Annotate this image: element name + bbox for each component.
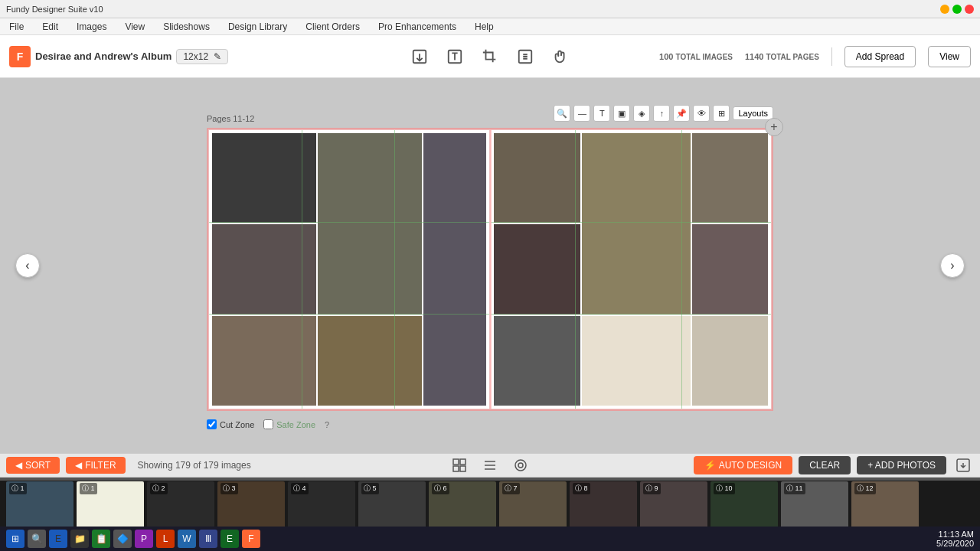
auto-design-button[interactable]: ⚡ AUTO DESIGN <box>694 456 792 474</box>
crop-button[interactable] <box>482 48 498 65</box>
menu-item-images[interactable]: Images <box>74 20 109 34</box>
hand-button[interactable] <box>552 48 569 65</box>
list-view-button[interactable] <box>479 455 501 476</box>
text-button[interactable] <box>446 48 463 65</box>
size-badge[interactable]: 12x12 ✎ <box>176 49 228 64</box>
cut-zone-checkbox[interactable] <box>207 419 217 429</box>
safe-zone-option[interactable]: Safe Zone <box>263 419 315 429</box>
share-button[interactable]: ↑ <box>653 105 670 122</box>
menu-item-file[interactable]: File <box>6 20 27 34</box>
maximize-button[interactable] <box>952 5 962 14</box>
taskbar-icon-2[interactable]: E <box>49 530 67 548</box>
bottom-center-icons <box>449 455 531 476</box>
thumb-number: ⓘ 1 <box>80 483 97 494</box>
titlebar: Fundy Designer Suite v10 <box>0 0 980 18</box>
menu-item-edit[interactable]: Edit <box>39 20 61 34</box>
photo-cell[interactable] <box>494 224 580 314</box>
start-button[interactable]: ⊞ <box>6 530 24 548</box>
svg-point-10 <box>515 460 526 471</box>
filter-tool-button[interactable]: ◈ <box>633 105 650 122</box>
taskbar-icon-1[interactable]: 🔍 <box>28 530 46 548</box>
taskbar-icon-10[interactable]: E <box>220 530 239 548</box>
minimize-button[interactable] <box>940 5 949 14</box>
next-spread-button[interactable]: › <box>940 253 965 278</box>
grid-view-button[interactable] <box>449 455 470 476</box>
badge-view-button[interactable] <box>510 455 531 476</box>
photo-cell[interactable] <box>692 316 768 406</box>
photo-cell[interactable] <box>318 316 422 406</box>
grid-button[interactable]: ⊞ <box>713 105 730 122</box>
pin-button[interactable]: 📌 <box>673 105 690 122</box>
toolbar-right: 100 TOTAL IMAGES 1140 TOTAL PAGES Add Sp… <box>659 46 971 67</box>
sort-button[interactable]: ◀ SORT <box>6 457 60 474</box>
thumb-number: ⓘ 7 <box>502 483 520 494</box>
clear-button[interactable]: CLEAR <box>799 456 851 474</box>
eye-button[interactable]: 👁 <box>693 105 710 122</box>
thumb-number: ⓘ 6 <box>432 483 449 494</box>
photo-cell[interactable] <box>582 133 691 315</box>
menu-item-pro-enhancements[interactable]: Pro Enhancements <box>375 20 459 34</box>
add-page-button[interactable]: + <box>765 118 783 136</box>
svg-rect-4 <box>460 459 466 465</box>
menu-item-help[interactable]: Help <box>472 20 497 34</box>
taskbar-icon-3[interactable]: 📁 <box>70 530 89 548</box>
menu-item-design-library[interactable]: Design Library <box>225 20 290 34</box>
toolbar: F Desirae and Andrew's Album 12x12 ✎ 100… <box>0 35 980 78</box>
app-logo: F <box>9 46 31 67</box>
menubar: FileEditImagesViewSlideshowsDesign Libra… <box>0 18 980 35</box>
thumb-number: ⓘ 3 <box>220 483 238 494</box>
taskbar-icon-11[interactable]: F <box>242 530 260 548</box>
taskbar: ⊞ 🔍 E 📁 📋 🔷 P L W Ⅲ E F 11:13 AM 5/29/20… <box>0 527 980 551</box>
help-icon[interactable]: ? <box>325 420 329 429</box>
zoom-out-button[interactable]: — <box>573 105 590 122</box>
spread-toolbar: 🔍 — T ▣ ◈ ↑ 📌 👁 ⊞ Layouts <box>554 105 773 122</box>
safe-zone-checkbox[interactable] <box>263 419 273 429</box>
menu-item-client-orders[interactable]: Client Orders <box>302 20 363 34</box>
taskbar-icon-4[interactable]: 📋 <box>92 530 110 548</box>
zoom-in-button[interactable]: 🔍 <box>554 105 570 122</box>
thumb-number: ⓘ 10 <box>714 483 735 494</box>
thumb-number: ⓘ 11 <box>784 483 805 494</box>
cut-zone-option[interactable]: Cut Zone <box>207 419 254 429</box>
taskbar-icon-5[interactable]: 🔷 <box>113 530 132 548</box>
photo-cell[interactable] <box>212 133 316 223</box>
thumb-number: ⓘ 8 <box>573 483 590 494</box>
prev-spread-button[interactable]: ‹ <box>15 253 40 278</box>
photo-cell[interactable] <box>692 224 768 314</box>
export-button[interactable] <box>952 455 974 476</box>
layouts-button[interactable]: Layouts <box>733 106 773 120</box>
view-button[interactable]: View <box>928 46 971 67</box>
align-button[interactable] <box>517 48 534 65</box>
photo-cell[interactable] <box>423 133 486 406</box>
photo-cell[interactable] <box>494 133 580 223</box>
photo-cell[interactable] <box>212 224 316 314</box>
menu-item-view[interactable]: View <box>122 20 148 34</box>
thumb-number: ⓘ 5 <box>361 483 379 494</box>
thumb-number: ⓘ 2 <box>150 483 168 494</box>
taskbar-icon-9[interactable]: Ⅲ <box>199 530 217 548</box>
photo-cell[interactable] <box>212 316 316 406</box>
add-photos-button[interactable]: + ADD PHOTOS <box>857 456 946 474</box>
spread: + <box>207 128 773 411</box>
photo-cell[interactable] <box>582 316 691 406</box>
taskbar-icon-6[interactable]: P <box>135 530 153 548</box>
photo-cell[interactable] <box>494 316 580 406</box>
edit-size-icon[interactable]: ✎ <box>214 51 221 62</box>
background-button[interactable]: ▣ <box>613 105 630 122</box>
photo-cell[interactable] <box>318 133 422 315</box>
import-button[interactable] <box>411 48 428 65</box>
divider <box>831 47 832 66</box>
text-tool-button[interactable]: T <box>593 105 610 122</box>
titlebar-right <box>940 5 974 14</box>
taskbar-icon-7[interactable]: L <box>156 530 175 548</box>
photo-cell[interactable] <box>692 133 768 223</box>
thumb-number: ⓘ 9 <box>643 483 661 494</box>
filter-button[interactable]: ◀ FILTER <box>66 457 125 474</box>
close-button[interactable] <box>965 5 974 14</box>
taskbar-icon-8[interactable]: W <box>178 530 196 548</box>
left-photo-grid <box>209 130 489 409</box>
add-spread-button[interactable]: Add Spread <box>844 46 916 67</box>
clock: 11:13 AM 5/29/2020 <box>936 530 974 548</box>
menu-item-slideshows[interactable]: Slideshows <box>160 20 213 34</box>
svg-point-11 <box>518 463 523 468</box>
